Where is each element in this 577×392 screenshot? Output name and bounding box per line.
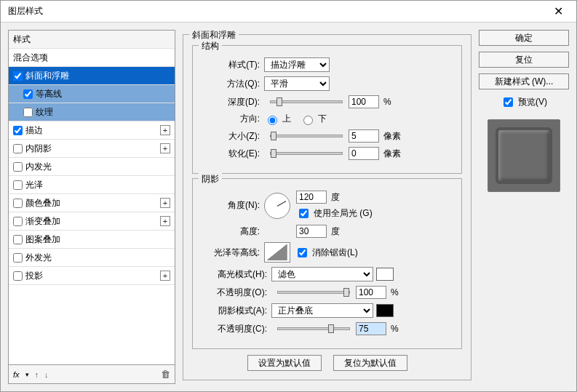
style-label: 纹理 (36, 106, 53, 119)
style-row-7[interactable]: 颜色叠加+ (9, 194, 175, 212)
styles-header-label: 样式 (13, 33, 31, 46)
style-row-3[interactable]: 描边+ (9, 121, 175, 140)
altitude-label: 高度: (202, 225, 264, 238)
style-checkbox[interactable] (13, 144, 23, 153)
window-title: 图层样式 (8, 5, 43, 17)
reset-default-button[interactable]: 复位为默认值 (333, 355, 407, 371)
global-light-checkbox[interactable]: 使用全局光 (G) (296, 207, 373, 220)
soften-slider[interactable] (270, 152, 343, 155)
technique-label: 方法(Q): (202, 78, 264, 90)
layer-style-dialog: 图层样式 ✕ 样式 混合选项 斜面和浮雕等高线纹理描边+内阴影+内发光光泽颜色叠… (0, 0, 577, 392)
shadow-opacity-input[interactable] (356, 322, 386, 335)
blending-options-row[interactable]: 混合选项 (9, 49, 175, 67)
depth-unit: % (383, 97, 391, 107)
add-instance-icon[interactable]: + (160, 216, 170, 226)
ok-button[interactable]: 确定 (479, 30, 569, 46)
style-row-6[interactable]: 光泽 (9, 176, 175, 194)
style-select[interactable]: 描边浮雕 (264, 57, 330, 72)
angle-input[interactable] (296, 191, 327, 204)
style-row-9[interactable]: 图案叠加 (9, 231, 175, 249)
gloss-contour-picker[interactable] (264, 242, 290, 263)
style-checkbox[interactable] (23, 108, 33, 117)
arrow-down-icon[interactable]: ↓ (44, 370, 49, 379)
shadow-opacity-unit: % (391, 324, 399, 334)
style-label: 渐变叠加 (25, 215, 60, 228)
soften-input[interactable] (349, 147, 379, 160)
antialias-checkbox[interactable]: 消除锯齿(L) (295, 246, 358, 260)
close-icon[interactable]: ✕ (547, 4, 569, 18)
highlight-mode-select[interactable]: 滤色 (271, 267, 373, 281)
angle-unit: 度 (331, 191, 340, 204)
style-row-5[interactable]: 内发光 (9, 158, 175, 176)
preview-checkbox[interactable]: 预览(V) (479, 95, 569, 109)
cancel-button[interactable]: 复位 (479, 52, 569, 68)
direction-up-radio[interactable]: 上 (264, 113, 291, 125)
depth-slider[interactable] (270, 100, 343, 103)
shadow-opacity-slider[interactable] (277, 327, 350, 330)
preview-thumbnail (488, 119, 560, 192)
direction-label: 方向: (202, 113, 264, 125)
style-checkbox[interactable] (13, 162, 23, 172)
style-checkbox[interactable] (13, 180, 23, 190)
style-checkbox[interactable] (13, 271, 23, 281)
style-row-8[interactable]: 渐变叠加+ (9, 212, 175, 231)
add-instance-icon[interactable]: + (160, 143, 170, 153)
size-input[interactable] (349, 129, 379, 143)
add-instance-icon[interactable]: + (160, 125, 170, 135)
shadow-mode-select[interactable]: 正片叠底 (271, 303, 373, 318)
size-slider[interactable] (270, 135, 343, 137)
styles-header: 样式 (9, 31, 175, 49)
highlight-opacity-unit: % (391, 287, 399, 297)
add-instance-icon[interactable]: + (160, 198, 170, 208)
trash-icon[interactable]: 🗑 (161, 369, 170, 380)
size-label: 大小(Z): (202, 130, 264, 143)
highlight-color-swatch[interactable] (376, 268, 394, 281)
structure-group: 结构 样式(T): 描边浮雕 方法(Q): 平滑 深度(D): % (192, 45, 462, 174)
altitude-input[interactable] (296, 225, 327, 238)
shading-legend: 阴影 (199, 173, 222, 185)
style-checkbox[interactable] (13, 235, 23, 244)
altitude-unit: 度 (331, 225, 340, 238)
highlight-mode-label: 高光模式(H): (202, 268, 271, 281)
shadow-opacity-label: 不透明度(C): (202, 323, 271, 335)
style-checkbox[interactable] (23, 89, 33, 99)
fx-icon[interactable]: fx (13, 370, 20, 379)
direction-down-radio[interactable]: 下 (300, 113, 327, 125)
depth-input[interactable] (349, 95, 379, 108)
style-row-2[interactable]: 纹理 (9, 103, 175, 121)
style-checkbox[interactable] (13, 199, 23, 208)
new-style-button[interactable]: 新建样式 (W)... (479, 73, 569, 89)
style-label: 内阴影 (25, 143, 52, 155)
shading-group: 阴影 角度(N): 度 使用全局光 (G) 高度: (192, 178, 462, 349)
style-label: 外发光 (25, 252, 52, 264)
style-row-0[interactable]: 斜面和浮雕 (9, 67, 175, 85)
style-label: 等高线 (36, 88, 62, 100)
style-checkbox[interactable] (13, 126, 23, 135)
style-checkbox[interactable] (13, 71, 23, 81)
make-default-button[interactable]: 设置为默认值 (247, 355, 322, 371)
style-row-11[interactable]: 投影+ (9, 267, 175, 285)
highlight-opacity-slider[interactable] (277, 291, 350, 294)
depth-label: 深度(D): (202, 96, 264, 108)
style-label: 颜色叠加 (25, 197, 60, 209)
sidebar-footer: fx▾ ↑ ↓ 🗑 (8, 365, 175, 384)
technique-select[interactable]: 平滑 (264, 76, 330, 91)
style-checkbox[interactable] (13, 217, 23, 226)
style-label: 斜面和浮雕 (25, 70, 69, 82)
titlebar: 图层样式 ✕ (1, 1, 576, 23)
styles-sidebar: 样式 混合选项 斜面和浮雕等高线纹理描边+内阴影+内发光光泽颜色叠加+渐变叠加+… (8, 30, 175, 384)
style-row-4[interactable]: 内阴影+ (9, 140, 175, 158)
arrow-up-icon[interactable]: ↑ (35, 370, 39, 379)
styles-list: 样式 混合选项 斜面和浮雕等高线纹理描边+内阴影+内发光光泽颜色叠加+渐变叠加+… (8, 30, 175, 365)
style-checkbox[interactable] (13, 253, 23, 263)
style-row-10[interactable]: 外发光 (9, 249, 175, 267)
shadow-color-swatch[interactable] (376, 304, 394, 317)
style-row-1[interactable]: 等高线 (9, 85, 175, 103)
highlight-opacity-input[interactable] (356, 286, 386, 299)
add-instance-icon[interactable]: + (160, 271, 170, 281)
angle-wheel[interactable] (264, 193, 290, 219)
style-label: 样式(T): (202, 59, 264, 71)
angle-label: 角度(N): (202, 199, 264, 212)
soften-label: 软化(E): (202, 148, 264, 160)
style-label: 描边 (25, 124, 43, 137)
